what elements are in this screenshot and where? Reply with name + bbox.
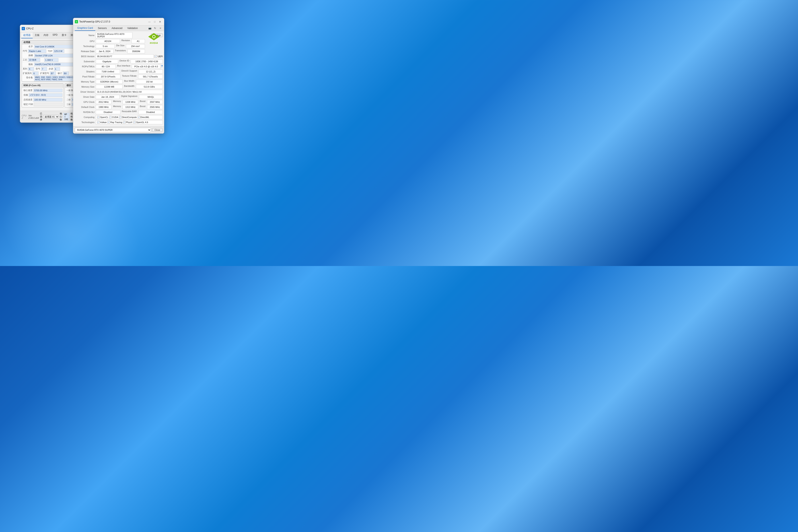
memory-clock-value: 1338 MHz [122, 100, 138, 104]
bios-label: BIOS Version [74, 55, 96, 58]
directcompute-item: DirectCompute [119, 116, 137, 118]
tab-advanced[interactable]: Advanced [109, 26, 125, 31]
device-id-label: Device ID [119, 59, 130, 63]
gpuz-maximize-button[interactable]: □ [152, 19, 157, 24]
driver-version-row: Driver Version 31.0.15.5123 (NVIDIA 551.… [74, 90, 163, 94]
tab-processor[interactable]: 处理器 [21, 33, 33, 38]
directcompute-label: DirectCompute [122, 116, 137, 118]
memtype-buswidth-values: GDDR6X (Micron) Bus Width 192 bit [96, 80, 163, 84]
gpu-clock-values: 2012 MHz Memory 1338 MHz Boost 2597 MHz [96, 100, 163, 104]
ext-family-label: 扩展系列 [22, 72, 33, 75]
memsize-bandwidth-values: 12288 MB Bandwidth 513.8 GB/s [96, 85, 163, 89]
tech-die-values: 5 nm Die Size 294 mm² [96, 44, 163, 48]
core-speed-row: 核心速度 5700.00 MHz [23, 89, 62, 92]
tab-sensors[interactable]: Sensors [95, 26, 109, 31]
tab-mainboard[interactable]: 主板 [33, 33, 41, 38]
technologies-label: Technologies [74, 121, 96, 124]
bios-value: 95.04.69.00.F7 [96, 54, 154, 58]
uefi-label: UEFI [158, 55, 163, 58]
gpuz-bottom-bar: NVIDIA GeForce RTX 4070 SUPER Close [73, 126, 164, 133]
transistors-label: Transistors [114, 49, 127, 53]
ext-family-value: 6 [33, 72, 39, 75]
directml-label: DirectML [140, 116, 149, 118]
opencl-item: OpenCL [97, 116, 108, 118]
l2-label: 二级 [66, 98, 71, 101]
gpuz-minimize-button[interactable]: — [147, 19, 152, 24]
uefi-checkbox[interactable] [154, 55, 157, 58]
gpuz-title: TechPowerUp GPU-Z 2.57.0 [79, 20, 147, 23]
die-size-label: Die Size [115, 44, 125, 48]
nvidia-sli-value: Disabled [96, 110, 120, 114]
directml-checkbox[interactable] [138, 116, 140, 118]
opengl-checkbox[interactable] [133, 121, 136, 124]
computing-label: Computing [74, 116, 96, 118]
physx-checkbox[interactable] [123, 121, 126, 124]
code-value: Raptor Lake [28, 49, 46, 53]
sli-rebar-row: NVIDIA SLI Disabled Resizable BAR Disabl… [74, 110, 163, 114]
directx-value: 12 (12_2) [138, 70, 163, 74]
gpuz-tab-bar: Graphics Card Sensors Advanced Validatio… [73, 25, 164, 31]
fillrate-row: Pixel Fillrate 207.8 GPixel/s Texture Fi… [74, 74, 163, 79]
nvidia-sli-label: NVIDIA SLI [74, 111, 96, 113]
memtype-buswidth-row: Memory Type GDDR6X (Micron) Bus Width 19… [74, 79, 163, 84]
selected-label: 已选择 [40, 112, 42, 121]
stepping-label: 步进 [48, 67, 54, 70]
menu-icon[interactable]: ≡ [158, 26, 163, 30]
gpu-select-dropdown[interactable]: NVIDIA GeForce RTX 4070 SUPER [75, 128, 151, 132]
technologies-values: Vulkan Ray Tracing PhysX OpenGL 4.6 [96, 120, 163, 124]
tdp-value: 125.0 W [53, 49, 64, 53]
tab-spd[interactable]: SPD [51, 33, 60, 38]
ray-tracing-checkbox[interactable] [108, 121, 110, 124]
cuda-label: CUDA [112, 116, 118, 118]
computing-checkboxes: OpenCL CUDA DirectCompute DirectML [97, 116, 149, 118]
gpuz-titlebar: G TechPowerUp GPU-Z 2.57.0 — □ ✕ [73, 18, 164, 25]
l3-label: 三级 [66, 103, 71, 106]
tab-validation[interactable]: Validation [125, 26, 140, 31]
computing-values: OpenCL CUDA DirectCompute DirectML [96, 115, 163, 119]
svg-point-2 [153, 36, 155, 38]
cuda-checkbox[interactable] [109, 116, 112, 118]
tab-graphics-card[interactable]: Graphics Card [75, 25, 95, 31]
subvendor-deviceid-row: Subvendor Gigabyte Device ID 10DE 2783 -… [74, 59, 163, 64]
gpuz-close-button-bottom[interactable]: Close [152, 128, 163, 132]
die-size-value: 294 mm² [126, 44, 145, 48]
driver-date-sig-values: Jan 18, 2024 Digital Signature WHQL [96, 95, 163, 99]
default-memory-value: 1313 MHz [122, 105, 138, 109]
revision-value: B0 [63, 72, 69, 75]
gpuz-close-button[interactable]: ✕ [157, 19, 163, 24]
family-label: 系列 [22, 67, 28, 70]
date-transistors-row: Release Date Jan 8, 2024 Transistors 358… [74, 49, 163, 54]
sli-rebar-values: Disabled Resizable BAR Disabled [96, 110, 163, 114]
tab-gpu[interactable]: 显卡 [60, 33, 69, 38]
directcompute-checkbox[interactable] [119, 116, 121, 118]
vulkan-checkbox[interactable] [97, 121, 99, 124]
nvidia-logo-area: NVIDIA [146, 32, 162, 44]
camera-icon[interactable]: 📷 [148, 26, 152, 30]
processor-select[interactable]: 处理器 #1 [43, 115, 59, 119]
bandwidth-label: Bandwidth [123, 85, 135, 89]
driver-version-value: 31.0.15.5123 (NVIDIA 551.23) DCH / Win11… [96, 90, 163, 94]
memsize-bandwidth-row: Memory Size 12288 MB Bandwidth 513.8 GB/… [74, 84, 163, 89]
memory-size-value: 12288 MB [96, 85, 123, 89]
gpu-clock-label: GPU Clock [74, 101, 96, 103]
question-mark-icon[interactable]: ? [161, 64, 163, 69]
tab-memory[interactable]: 内存 [41, 33, 51, 38]
revision-value: A1 [131, 39, 145, 43]
name-value: NVIDIA GeForce RTX 4070 SUPER [96, 32, 132, 38]
clock-section-title: 时钟 (P-Core #0) [22, 83, 63, 88]
driver-version-label: Driver Version [74, 91, 96, 93]
gpuz-content: NVIDIA Name NVIDIA GeForce RTX 4070 SUPE… [73, 31, 164, 126]
memory-size-label: Memory Size [74, 86, 96, 88]
name-label: 名字 [22, 45, 34, 48]
gpuz-toolbar-icons: 📷 ↻ ≡ [148, 26, 163, 30]
boost-label: Boost [139, 100, 146, 104]
opencl-checkbox[interactable] [97, 116, 99, 118]
gpuz-app-icon: G [75, 20, 78, 23]
tdp-label: TDP [47, 50, 53, 52]
bus-speed-row: 总线速度 100.00 MHz [23, 98, 62, 102]
subvendor-label: Subvendor [74, 60, 96, 63]
bus-width-value: 192 bit [136, 80, 163, 84]
refresh-icon[interactable]: ↻ [153, 26, 157, 30]
default-clock-value: 1980 MHz [96, 105, 112, 109]
vulkan-label: Vulkan [100, 121, 107, 124]
